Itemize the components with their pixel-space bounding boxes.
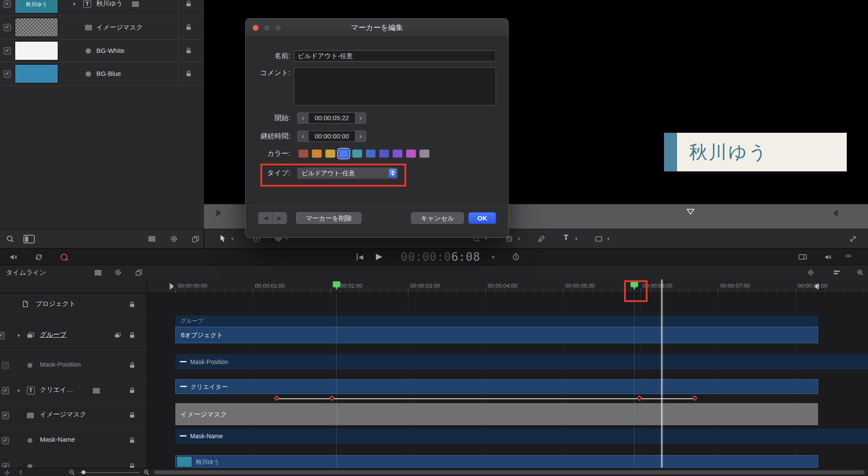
collapse-icon[interactable]: ‹‹‹ — [845, 252, 851, 259]
disclosure-icon[interactable]: ▼ — [72, 2, 76, 7]
marker-color-swatch[interactable] — [352, 149, 362, 158]
zoom-button[interactable] — [275, 25, 281, 31]
layer-checkbox[interactable]: ✓ — [3, 47, 11, 55]
marker-color-swatch[interactable] — [419, 149, 430, 158]
keyframe-diamond[interactable] — [692, 395, 697, 401]
project-end-marker[interactable] — [815, 283, 819, 289]
zoom-slider[interactable] — [79, 472, 140, 473]
layer-thumbnail[interactable] — [15, 64, 58, 83]
filter-checker-icon[interactable] — [148, 236, 155, 242]
transform-tool-chevron-icon[interactable]: ▾ — [518, 236, 520, 242]
mute-icon[interactable] — [10, 253, 18, 261]
timeline-playhead[interactable] — [661, 279, 662, 468]
marker-color-swatch[interactable] — [365, 149, 376, 158]
delete-marker-button[interactable]: マーカーを削除 — [296, 212, 362, 224]
row-checkbox[interactable]: ✓ — [2, 463, 9, 468]
play-button[interactable]: ▶ — [376, 252, 382, 261]
fullscreen-icon[interactable] — [849, 235, 857, 243]
horizontal-scrollbar[interactable] — [154, 470, 865, 474]
timeline-row-project[interactable]: プロジェクト — [0, 293, 147, 315]
media-icon[interactable] — [115, 332, 121, 338]
lock-icon[interactable] — [129, 301, 135, 308]
lock-icon[interactable] — [186, 47, 191, 54]
layer-label[interactable]: イメージマスク — [96, 23, 143, 32]
zoom-timeline-icon[interactable] — [857, 269, 864, 276]
lock-icon[interactable] — [129, 437, 135, 443]
start-value[interactable]: 00:00:05:22 — [309, 112, 355, 124]
timeline-row-group[interactable]: ✓ ▼ グループ — [0, 324, 147, 346]
select-tool-icon[interactable] — [220, 234, 226, 243]
layer-label[interactable]: BG-White — [96, 47, 125, 54]
keyframe-display-icon[interactable] — [807, 269, 814, 276]
track-bar-image-mask[interactable]: イメージマスク — [175, 403, 818, 425]
row-label[interactable]: Mask-Name — [40, 436, 75, 443]
row-label[interactable]: クリエイ… — [40, 386, 73, 394]
marker-color-swatch[interactable] — [312, 149, 322, 158]
marker-color-swatch[interactable] — [298, 149, 309, 158]
track-bar-mask-name[interactable]: Mask-Name — [175, 429, 868, 444]
row-checkbox[interactable] — [2, 362, 9, 369]
lock-icon[interactable] — [186, 70, 191, 77]
layer-label[interactable]: BG-Blue — [96, 70, 121, 77]
keyframe-diamond[interactable] — [274, 395, 279, 401]
track-bar-group-header[interactable]: グループ — [175, 315, 818, 327]
layer-label[interactable]: 秋川ゆう — [96, 0, 123, 8]
timeline-track-area[interactable]: 00:00:00:0000:00:01:0000:00:02:0000:00:0… — [147, 279, 868, 468]
track-bar-mask-position[interactable]: Mask-Position — [175, 354, 868, 370]
marker-color-swatch[interactable] — [392, 149, 403, 158]
layer-thumbnail[interactable] — [15, 18, 58, 37]
track-bar-creator[interactable]: クリエイター — [175, 379, 818, 394]
snapping-icon[interactable] — [833, 270, 840, 275]
ok-button[interactable]: OK — [468, 212, 496, 224]
display-toggle-icon[interactable] — [799, 254, 807, 260]
text-tool-icon[interactable]: T — [564, 233, 568, 242]
row-label[interactable]: グループ — [40, 331, 66, 339]
timeline-row-mask-name[interactable]: ✓ Mask-Name — [0, 429, 147, 451]
track-bar-objects[interactable]: 6オブジェクト — [175, 327, 818, 343]
mini-in-marker[interactable] — [216, 210, 221, 216]
layer-row-bg-blue[interactable]: ✓ BG-Blue — [0, 62, 204, 85]
row-checkbox[interactable]: ✓ — [2, 387, 9, 394]
sidebar-toggle-icon[interactable] — [23, 235, 35, 243]
row-checkbox[interactable]: ✓ — [2, 412, 9, 419]
timeline-row-creator[interactable]: ✓ ▼ T クリエイ… — [0, 379, 147, 401]
marker-comment-input[interactable] — [294, 67, 496, 105]
row-label[interactable]: プロジェクト — [36, 300, 76, 308]
layers-view-icon[interactable] — [135, 269, 142, 276]
zoom-in-icon[interactable] — [143, 469, 150, 476]
layer-checkbox[interactable]: ✓ — [3, 0, 11, 8]
layer-row-bg-white[interactable]: ✓ BG-White — [0, 39, 204, 62]
zoom-out-icon[interactable] — [69, 469, 75, 476]
layer-checkbox[interactable]: ✓ — [3, 24, 11, 31]
disclosure-icon[interactable]: ▼ — [16, 388, 21, 393]
timeline-filter-icon[interactable] — [95, 270, 102, 276]
row-checkbox[interactable]: ✓ — [0, 332, 5, 339]
mini-out-marker[interactable] — [833, 210, 838, 216]
cancel-button[interactable]: キャンセル — [411, 212, 464, 224]
duration-increment-button[interactable]: › — [355, 131, 366, 142]
layer-row-akikawa[interactable]: ✓ 秋川ゆう ▼ T 秋川ゆう — [0, 0, 204, 16]
text-tool-chevron-icon[interactable]: ▾ — [575, 236, 578, 242]
duration-value[interactable]: 00:00:00:00 — [309, 131, 355, 142]
step-back-button[interactable]: ◀ — [357, 253, 363, 260]
marker-color-swatch[interactable] — [379, 149, 389, 158]
lock-icon[interactable] — [186, 24, 191, 30]
marker-color-swatch[interactable] — [406, 149, 416, 158]
row-label[interactable]: イメージマスク — [40, 410, 86, 419]
gear-icon[interactable] — [115, 269, 122, 276]
shape-tool-icon[interactable] — [595, 236, 602, 242]
timeline-row-image-mask[interactable]: ✓ イメージマスク — [0, 404, 147, 426]
audio-icon[interactable] — [825, 254, 832, 260]
keyframe-diamond[interactable] — [329, 395, 335, 401]
gear-icon[interactable] — [170, 235, 178, 243]
marker-color-swatch[interactable] — [339, 149, 349, 158]
lock-icon[interactable] — [129, 332, 135, 338]
row-checkbox[interactable]: ✓ — [2, 437, 9, 444]
lock-icon[interactable] — [129, 412, 135, 418]
dialog-titlebar[interactable]: マーカーを編集 — [246, 19, 508, 37]
timeline-row-mask-position[interactable]: Mask-Position — [0, 354, 147, 376]
clock-icon[interactable] — [512, 253, 519, 260]
close-button[interactable] — [253, 25, 259, 31]
layer-thumbnail[interactable]: 秋川ゆう — [15, 0, 58, 13]
search-icon[interactable] — [6, 235, 14, 243]
